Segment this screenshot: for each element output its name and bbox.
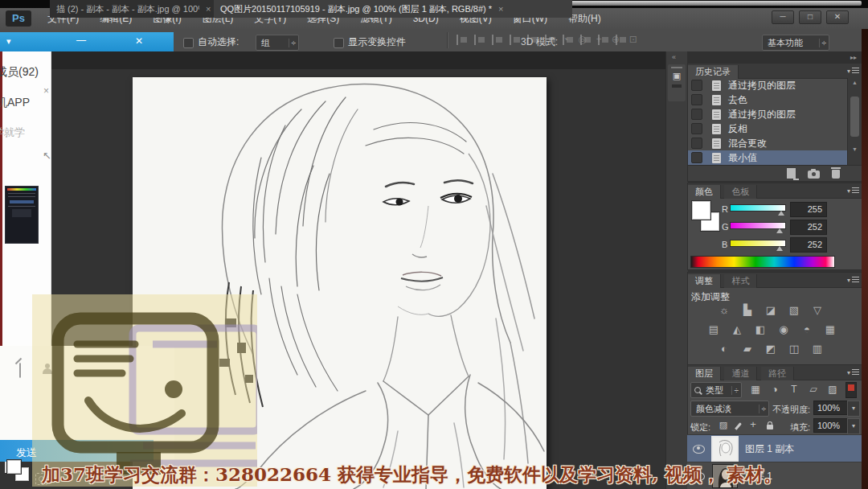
show-transform-checkbox[interactable] — [334, 38, 344, 48]
scroll-up-icon[interactable]: ▲ — [848, 80, 862, 85]
3d-tool-icon[interactable]: ◎ — [578, 34, 586, 45]
tab-layers[interactable]: 图层 — [688, 367, 721, 380]
history-step[interactable]: 去色 — [688, 92, 847, 107]
align-icon[interactable] — [474, 35, 486, 45]
panel-menu-icon[interactable]: ▾ — [847, 369, 859, 376]
tab-paths[interactable]: 路径 — [761, 367, 794, 380]
foreground-color-swatch[interactable] — [692, 201, 710, 220]
lock-transparency-icon[interactable]: ▨ — [717, 418, 730, 431]
tab-close-icon[interactable]: × — [206, 4, 211, 14]
align-icon[interactable] — [492, 35, 504, 45]
history-step[interactable]: 混合更改 — [688, 136, 847, 150]
foreground-swatch-tool[interactable] — [7, 460, 21, 474]
layer-name[interactable]: 图层 1 副本 — [745, 442, 794, 456]
tab-close-icon[interactable]: × — [498, 4, 503, 14]
close-button[interactable]: ✕ — [826, 10, 849, 24]
layer-filter-icon[interactable]: ▦ — [749, 383, 762, 396]
history-scrollbar[interactable]: ▲ ▼ — [847, 78, 862, 165]
lock-all-icon[interactable] — [767, 425, 773, 429]
qq-app-close-icon[interactable]: × — [43, 85, 49, 97]
history-step[interactable]: 通过拷贝的图层 — [688, 78, 847, 92]
history-step[interactable]: 通过拷贝的图层 — [688, 107, 847, 121]
tab-channels[interactable]: 通道 — [724, 367, 757, 380]
layer-row-copy[interactable]: 图层 1 副本 — [687, 434, 862, 462]
lock-position-icon[interactable]: + — [747, 418, 760, 431]
layer-filter-dropdown[interactable]: 类型 ÷ — [690, 382, 742, 398]
adjustment-icon[interactable]: ◐ — [718, 343, 731, 355]
workspace-dropdown[interactable]: 基本功能 ÷ — [762, 35, 829, 51]
collapse-panels-icon[interactable]: « — [672, 53, 676, 61]
channel-g-value[interactable]: 252 — [790, 220, 827, 235]
color-spectrum-ramp[interactable] — [690, 256, 835, 268]
tab-styles[interactable]: 样式 — [724, 274, 757, 288]
adjustment-icon[interactable]: ◫ — [788, 343, 800, 355]
qq-dropdown-icon[interactable]: ▾ — [6, 36, 11, 47]
tab-swatches[interactable]: 色板 — [724, 185, 757, 199]
channel-b-slider-thumb[interactable] — [776, 246, 783, 251]
layer-filter-icon[interactable]: ◑ — [768, 383, 781, 396]
maximize-button[interactable]: □ — [799, 10, 821, 24]
adjustment-icon[interactable]: ◩ — [764, 343, 777, 355]
tab-document-active[interactable]: QQ图片20150117105919 - 副本.jpg @ 100% (图层 1… — [214, 0, 572, 18]
layer-thumbnail[interactable] — [713, 438, 737, 460]
blend-mode-dropdown[interactable]: 颜色减淡 ÷ — [690, 401, 769, 417]
panel-menu-icon[interactable]: ▾ — [847, 187, 859, 195]
history-source-checkbox[interactable] — [691, 80, 702, 91]
history-source-checkbox[interactable] — [691, 109, 702, 120]
fill-dropdown-arrow[interactable]: ▾ — [847, 418, 860, 434]
qq-close-icon[interactable]: ✕ — [135, 35, 143, 47]
adjustment-icon[interactable]: ▽ — [811, 304, 824, 316]
3d-tool-icon[interactable]: ⊕ — [612, 34, 620, 45]
qq-members-count[interactable]: 成员(92) — [0, 65, 39, 80]
layer-visibility-icon[interactable] — [693, 445, 705, 454]
3d-tool-icon[interactable]: ◔ — [563, 34, 568, 45]
layer-filter-icon[interactable]: ▱ — [807, 383, 820, 396]
channel-r-value[interactable]: 255 — [790, 202, 827, 217]
collapse-dock-icon[interactable]: ▸▸ — [850, 54, 857, 61]
new-document-from-state-icon[interactable] — [787, 168, 796, 179]
opacity-value[interactable]: 100% — [813, 401, 850, 415]
history-step[interactable]: 反相 — [688, 121, 847, 136]
adjustment-icon[interactable]: ☼ — [718, 304, 731, 316]
history-source-checkbox[interactable] — [691, 94, 702, 105]
adjustment-icon[interactable]: ▰ — [741, 343, 754, 355]
adjustment-icon[interactable]: ▙ — [741, 304, 754, 316]
auto-select-dropdown[interactable]: 组 ÷ — [256, 35, 299, 51]
history-step[interactable]: 最小值 — [688, 150, 847, 165]
tab-document-inactive[interactable]: 描 (2) - 副本 - 副本 - 副本.jpg @ 100%(RGB/8#) … — [50, 0, 226, 18]
adjustment-icon[interactable]: ◓ — [800, 323, 813, 335]
history-source-checkbox[interactable] — [691, 123, 702, 134]
opacity-dropdown-arrow[interactable]: ▾ — [847, 401, 860, 417]
scroll-down-icon[interactable]: ▼ — [848, 146, 862, 152]
adjustment-icon[interactable]: ◭ — [731, 323, 743, 335]
minimize-button[interactable]: ─ — [772, 10, 794, 24]
tab-history[interactable]: 历史记录 — [688, 65, 739, 79]
tab-color[interactable]: 颜色 — [688, 185, 721, 199]
adjustment-icon[interactable]: ▥ — [811, 343, 824, 355]
layer-filter-icon[interactable]: ▨ — [826, 383, 839, 396]
layer-filter-icon[interactable]: T — [788, 383, 800, 396]
3d-tool-icon[interactable]: + — [596, 34, 602, 45]
auto-select-checkbox[interactable] — [183, 38, 194, 48]
adjustment-icon[interactable]: ▦ — [824, 323, 837, 335]
delete-state-icon[interactable] — [832, 170, 840, 179]
channel-b-value[interactable]: 252 — [790, 237, 827, 253]
3d-tool-icon[interactable]: ⊡ — [629, 34, 637, 45]
adjustment-icon[interactable]: ◪ — [764, 304, 777, 316]
align-icon[interactable] — [457, 35, 469, 45]
new-snapshot-icon[interactable] — [808, 171, 820, 179]
channel-g-slider-thumb[interactable] — [776, 228, 783, 233]
adjustment-icon[interactable]: ▧ — [788, 304, 800, 316]
chat-image-thumbnail[interactable] — [5, 186, 39, 244]
adjustment-icon[interactable]: ◉ — [777, 323, 790, 335]
tab-adjustments[interactable]: 调整 — [688, 274, 721, 288]
scrollbar-thumb[interactable] — [850, 97, 859, 137]
qq-window-titlebar[interactable]: ▾ — ✕ — [0, 32, 174, 51]
qq-collapse-icon[interactable]: ↖ — [43, 150, 51, 162]
qq-minimize-icon[interactable]: — — [76, 35, 86, 46]
history-source-checkbox[interactable] — [691, 138, 702, 149]
compose-message-icon[interactable] — [19, 364, 21, 378]
lock-pixels-icon[interactable] — [735, 422, 742, 430]
fill-value[interactable]: 100% — [813, 418, 850, 433]
adjustment-icon[interactable]: ▤ — [707, 323, 720, 335]
